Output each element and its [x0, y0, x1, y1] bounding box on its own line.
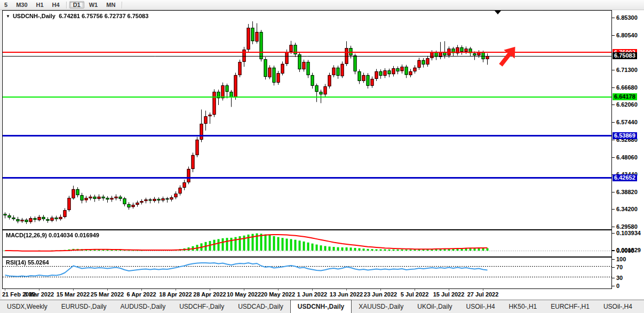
date-tick: [210, 289, 210, 291]
date-tick: [278, 289, 279, 291]
price-tick-6.34200: 6.34200: [612, 206, 638, 213]
date-label: 25 Mar 2022: [91, 291, 124, 298]
price-tag-6.64178: 6.64178: [613, 93, 637, 100]
chart-tab-bar: USDX,WeeklyEURUSD-,DailyAUDUSD-,DailyUSD…: [0, 300, 644, 313]
price-tick-6.80540: 6.80540: [612, 32, 638, 39]
chart-ohlc-values: 6.74281 6.75756 6.72737 6.75083: [59, 13, 148, 19]
date-tick: [483, 289, 483, 291]
chart-tab-xauusd-daily[interactable]: XAUUSD-,Daily: [352, 300, 410, 313]
symbol-dropdown-icon[interactable]: ▼: [6, 14, 10, 19]
timeframe-button-h4[interactable]: H4: [49, 1, 63, 9]
date-label: 18 Apr 2022: [159, 291, 192, 298]
chart-tab-usoil-h4[interactable]: USOil-,H4: [597, 300, 639, 313]
date-label: 10 May 2022: [227, 291, 261, 298]
chart-tab-usoil-h4[interactable]: USOil-,H4: [459, 300, 502, 313]
timeframe-button-m30[interactable]: M30: [12, 1, 31, 9]
price-tick-6.57440: 6.57440: [612, 119, 638, 126]
macd-axis-max: 0.103934: [612, 230, 641, 237]
date-tick: [380, 289, 381, 291]
price-tick-6.71300: 6.71300: [612, 67, 638, 74]
date-tick: [312, 289, 313, 291]
price-tick-6.66680: 6.66680: [612, 84, 638, 91]
date-tick: [73, 289, 74, 291]
date-tick: [5, 289, 5, 291]
chart-tab-eurusd-daily[interactable]: EURUSD-,Daily: [54, 300, 114, 313]
rsi-canvas[interactable]: [3, 258, 611, 288]
date-label: 5 Jul 2022: [401, 291, 429, 298]
rsi-axis-70: 70: [612, 264, 623, 271]
price-tag-6.42652: 6.42652: [613, 174, 637, 181]
price-tick-6.38820: 6.38820: [612, 189, 638, 196]
date-label: 15 Jul 2022: [433, 291, 465, 298]
timeframe-button-5[interactable]: 5: [1, 1, 11, 9]
date-label: 20 May 2022: [261, 291, 295, 298]
date-tick: [39, 289, 39, 291]
price-tag-6.53869: 6.53869: [613, 132, 637, 139]
price-tag-6.75083: 6.75083: [613, 52, 637, 59]
date-label: 1 Jun 2022: [297, 291, 327, 298]
date-label: 23 Jun 2022: [364, 291, 397, 298]
rsi-axis-100: 100: [612, 256, 626, 263]
chart-tab-eurchf-h1[interactable]: EURCHF-,H1: [544, 300, 597, 313]
date-tick: [107, 289, 108, 291]
timeframe-toolbar: 5M30H1H4D1W1MN: [0, 0, 644, 10]
macd-axis-last: 0.001829: [612, 247, 641, 254]
date-tick: [244, 289, 244, 291]
price-tick-6.62060: 6.62060: [612, 101, 638, 108]
date-tick: [141, 289, 142, 291]
price-axis: 6.853006.805406.713006.666806.620606.574…: [612, 10, 644, 299]
rsi-axis-30: 30: [612, 275, 623, 282]
chart-tab-usdcnh-daily[interactable]: USDCNH-,Daily: [290, 300, 352, 313]
date-tick: [449, 289, 449, 291]
date-label: 28 Apr 2022: [193, 291, 226, 298]
chart-tab-audusd-daily[interactable]: AUDUSD-,Daily: [113, 300, 172, 313]
date-label: 27 Jul 2022: [467, 291, 499, 298]
date-label: 13 Jun 2022: [330, 291, 363, 298]
price-tick-6.85300: 6.85300: [612, 14, 638, 21]
date-label: 3 Mar 2022: [24, 291, 54, 298]
rsi-axis-0: 0: [612, 283, 619, 290]
date-axis: 21 Feb 20223 Mar 202215 Mar 202225 Mar 2…: [2, 289, 612, 299]
rsi-label: RSI(14) 55.0264: [6, 259, 49, 266]
chart-symbol-period: USDCNH-,Daily: [13, 13, 55, 19]
date-tick: [415, 289, 415, 291]
series-end-triangle-marker[interactable]: [495, 11, 501, 14]
date-tick: [346, 289, 347, 291]
red-arrow-object[interactable]: [495, 42, 521, 70]
rsi-panel: [2, 257, 612, 289]
toolbar-separator: [66, 2, 67, 9]
timeframe-button-w1[interactable]: W1: [85, 1, 102, 9]
timeframe-button-h1[interactable]: H1: [33, 1, 47, 9]
timeframe-button-d1[interactable]: D1: [69, 1, 84, 9]
chart-tab-usdcad-daily[interactable]: USDCAD-,Daily: [231, 300, 290, 313]
date-label: 6 Apr 2022: [126, 291, 156, 298]
chart-tab-ukoil-daily[interactable]: UKOil-,Daily: [410, 300, 459, 313]
timeframe-button-mn[interactable]: MN: [102, 1, 119, 9]
macd-label: MACD(12,26,9) 0.014034 0.016949: [6, 232, 99, 238]
toolbar-separator: [122, 2, 122, 9]
price-tick-6.48060: 6.48060: [612, 154, 638, 161]
chart-tab-usdchf-daily[interactable]: USDCHF-,Daily: [172, 300, 231, 313]
chart-title: ▼USDCNH-,Daily 6.74281 6.75756 6.72737 6…: [6, 13, 148, 19]
tab-scroll-arrows: ◄►: [639, 300, 644, 313]
chart-tab-usdx-weekly[interactable]: USDX,Weekly: [0, 300, 54, 313]
price-tick-6.29580: 6.29580: [612, 223, 638, 230]
chart-tab-hk50-h1[interactable]: HK50-,H1: [502, 300, 544, 313]
date-label: 15 Mar 2022: [57, 291, 90, 298]
date-tick: [176, 289, 176, 291]
